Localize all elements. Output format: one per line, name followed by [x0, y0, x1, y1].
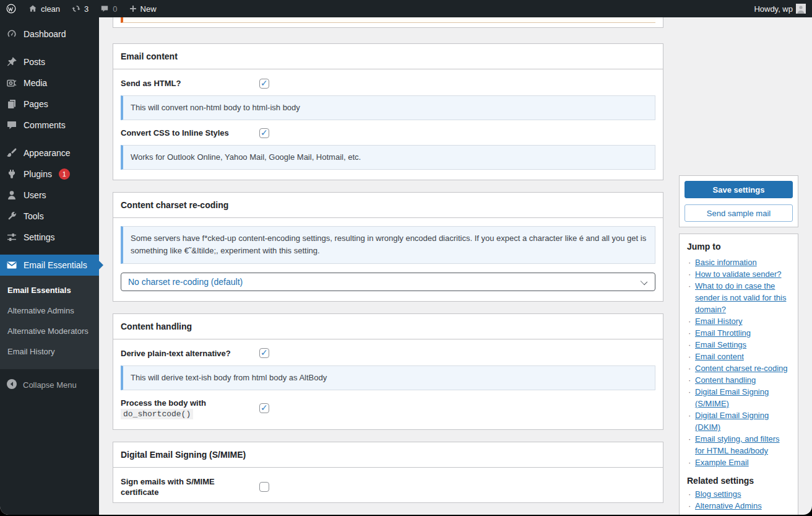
jump-to-link[interactable]: Content charset re-coding: [695, 364, 788, 373]
jump-to-link[interactable]: Content handling: [695, 375, 756, 385]
sidebar-item-label: Appearance: [24, 148, 71, 158]
jump-to-item: Content handling: [687, 374, 790, 386]
my-account-menu[interactable]: Howdy, wp: [754, 0, 806, 17]
convert-css-checkbox[interactable]: [259, 128, 269, 138]
panel-title: Digital Email Signing (S/MIME): [113, 442, 663, 468]
updates-menu[interactable]: 3: [66, 0, 94, 17]
sidebar-item-label: Settings: [24, 232, 55, 242]
jump-to-item: Digital Email Signing (DKIM): [687, 409, 790, 433]
jump-to-item: Basic information: [687, 256, 790, 268]
send-as-html-info: This will convert non-html body to html-…: [121, 95, 655, 120]
derive-plaintext-label: Derive plain-text alternative?: [121, 348, 259, 359]
panel-title: Content handling: [113, 314, 663, 339]
save-settings-button[interactable]: Save settings: [685, 181, 793, 198]
jump-to-link[interactable]: Email Settings: [695, 340, 746, 349]
user-icon: [6, 189, 18, 201]
related-settings-title: Related settings: [687, 476, 790, 486]
submenu-item-email-essentials[interactable]: Email Essentials: [0, 281, 99, 301]
send-sample-mail-button[interactable]: Send sample mail: [685, 204, 793, 222]
new-content-menu[interactable]: New: [123, 0, 162, 17]
jump-to-link[interactable]: Basic information: [695, 258, 757, 267]
process-shortcode-checkbox[interactable]: [259, 403, 269, 413]
sidebar-item-label: Users: [24, 190, 46, 200]
sidebar-item-media[interactable]: Media: [0, 72, 99, 94]
actions-box: Save settings Send sample mail: [679, 175, 798, 227]
jump-to-item: Digital Email Signing (S/MIME): [687, 386, 790, 409]
jump-to-link[interactable]: Email History: [695, 317, 743, 326]
jump-to-link[interactable]: Email content: [695, 352, 744, 361]
do-shortcode-code: do_shortcode(): [121, 409, 193, 419]
charset-info: Some servers have f*cked-up content-enco…: [121, 226, 655, 263]
sidebar-item-label: Comments: [24, 120, 66, 130]
sidebar-item-plugins[interactable]: Plugins 1: [0, 164, 99, 185]
site-name: clean: [41, 4, 60, 14]
send-as-html-checkbox[interactable]: [259, 79, 269, 89]
sidebar-item-dashboard[interactable]: Dashboard: [0, 24, 99, 45]
panel-smime-signing: Digital Email Signing (S/MIME) Sign emai…: [113, 442, 663, 503]
admin-sidebar: Dashboard Posts Media: [0, 17, 99, 515]
home-icon: [28, 4, 38, 14]
jump-to-link[interactable]: What to do in case the sender is not val…: [695, 281, 786, 314]
sidebar-item-pages[interactable]: Pages: [0, 94, 99, 115]
charset-select[interactable]: No charset re-coding (default): [121, 273, 655, 291]
panel-title: Content charset re-coding: [113, 193, 663, 218]
updates-count: 3: [84, 4, 89, 14]
email-essentials-submenu: Email Essentials Alternative Admins Alte…: [0, 276, 99, 369]
convert-css-info: Works for Outlook Online, Yahoo Mail, Go…: [121, 145, 655, 170]
jump-to-item: Email styling, and filters for HTML head…: [687, 433, 790, 457]
settings-aside: Save settings Send sample mail Jump to B…: [679, 175, 798, 515]
jump-to-item: Email Settings: [687, 339, 790, 351]
pin-icon: [6, 56, 18, 68]
jump-to-title: Jump to: [687, 242, 790, 251]
sidebar-item-label: Dashboard: [24, 29, 66, 39]
submenu-item-alternative-moderators[interactable]: Alternative Moderators: [0, 321, 99, 342]
collapse-menu-button[interactable]: Collapse Menu: [0, 378, 99, 392]
jump-to-link[interactable]: Example Email: [695, 458, 749, 467]
howdy-text: Howdy, wp: [754, 4, 793, 14]
sidebar-item-tools[interactable]: Tools: [0, 206, 99, 227]
panel-content-handling: Content handling Derive plain-text alter…: [113, 313, 663, 430]
jump-to-item: Email History: [687, 315, 790, 327]
smime-sign-checkbox[interactable]: [259, 482, 269, 492]
sidebar-item-label: Pages: [24, 99, 48, 109]
derive-plaintext-checkbox[interactable]: [259, 348, 269, 358]
derive-plaintext-info: This will derive text-ish body from html…: [121, 365, 655, 390]
related-settings-list: Blog settings Alternative Admins: [687, 488, 790, 512]
menu-separator: [0, 136, 99, 142]
wordpress-logo-icon: [6, 3, 17, 14]
jump-to-link[interactable]: Email styling, and filters for HTML head…: [695, 434, 780, 455]
jump-to-link[interactable]: Email Throttling: [695, 328, 751, 338]
jump-to-item: What to do in case the sender is not val…: [687, 280, 790, 315]
dashboard-icon: [6, 28, 18, 40]
jump-to-item: Email Throttling: [687, 327, 790, 339]
comments-menu[interactable]: 0: [94, 0, 123, 17]
related-settings-item: Blog settings: [687, 488, 790, 500]
submenu-item-alternative-admins[interactable]: Alternative Admins: [0, 301, 99, 321]
send-as-html-label: Send as HTML?: [121, 78, 259, 89]
sidebar-item-posts[interactable]: Posts: [0, 51, 99, 72]
settings-form: Email content Send as HTML? This will co…: [113, 17, 663, 515]
paintbrush-icon: [6, 147, 18, 159]
envelope-icon: [6, 259, 18, 271]
jump-to-item: Content charset re-coding: [687, 362, 790, 374]
jump-to-link[interactable]: How to validate sender?: [695, 269, 781, 279]
plugins-update-badge: 1: [59, 168, 70, 180]
sidebar-item-label: Media: [24, 78, 47, 88]
sidebar-item-settings[interactable]: Settings: [0, 227, 99, 248]
sidebar-item-users[interactable]: Users: [0, 185, 99, 206]
submenu-item-email-history[interactable]: Email History: [0, 342, 99, 362]
panel-email-content: Email content Send as HTML? This will co…: [113, 43, 663, 180]
screen: clean 3 0 New: [0, 0, 812, 515]
sidebar-item-comments[interactable]: Comments: [0, 115, 99, 136]
sidebar-item-email-essentials[interactable]: Email Essentials: [0, 255, 99, 276]
wp-logo-menu[interactable]: [0, 0, 22, 17]
jump-to-link[interactable]: Digital Email Signing (DKIM): [695, 411, 769, 432]
admin-bar: clean 3 0 New: [0, 0, 812, 17]
convert-css-label: Convert CSS to Inline Styles: [121, 128, 259, 138]
site-menu[interactable]: clean: [22, 0, 66, 17]
jump-to-link[interactable]: Digital Email Signing (S/MIME): [695, 387, 769, 408]
related-settings-link[interactable]: Blog settings: [695, 489, 741, 499]
sidebar-item-appearance[interactable]: Appearance: [0, 142, 99, 164]
comment-bubble-icon: [100, 4, 110, 14]
related-settings-link[interactable]: Alternative Admins: [695, 501, 762, 510]
